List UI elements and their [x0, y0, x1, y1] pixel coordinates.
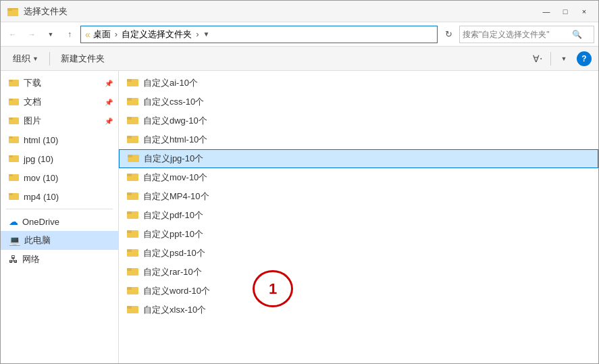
svg-rect-12: [9, 155, 13, 157]
svg-rect-36: [127, 249, 132, 252]
window-title: 选择文件夹: [24, 5, 538, 18]
path-desktop: 桌面: [93, 28, 111, 41]
file-item-mp4[interactable]: 自定义MP4-10个: [119, 187, 598, 206]
svg-rect-28: [127, 174, 132, 176]
forward-button[interactable]: →: [24, 26, 40, 43]
sidebar-item-documents[interactable]: 文档📌: [1, 93, 118, 111]
path-end-chevron: ▼: [203, 30, 209, 38]
sidebar-item-mov10[interactable]: mov (10): [1, 168, 118, 187]
path-folder-icon: «: [85, 29, 90, 40]
svg-rect-18: [127, 79, 132, 82]
svg-rect-8: [9, 118, 13, 120]
pin-icon-pictures: 📌: [105, 118, 113, 125]
file-item-ai[interactable]: 自定义ai-10个: [119, 74, 598, 93]
sidebar: 下载📌文档📌图片📌html (10)jpg (10)mov (10)mp4 (1…: [1, 71, 119, 363]
file-item-jpg[interactable]: 自定义jpg-10个: [119, 149, 598, 168]
folder-icon-css: [127, 96, 139, 109]
search-input[interactable]: [460, 30, 568, 39]
file-label-word: 自定义word-10个: [143, 285, 210, 297]
sidebar-label-network: 网络: [22, 253, 40, 265]
sidebar-label-mov10: mov (10): [24, 173, 58, 183]
folder-icon-html: [127, 134, 139, 147]
file-item-xlsx[interactable]: 自定义xlsx-10个: [119, 301, 598, 319]
close-button[interactable]: ×: [575, 4, 593, 19]
toolbar-right: ∀⋅ ▼ ?: [529, 50, 592, 68]
file-item-html[interactable]: 自定义html-10个: [119, 130, 598, 149]
organize-label: 组织: [13, 53, 30, 65]
path-folder-name: 自定义选择文件夹: [122, 28, 192, 41]
folder-icon-ppt: [127, 228, 139, 241]
help-button[interactable]: ?: [577, 51, 592, 66]
search-button[interactable]: 🔍: [568, 26, 585, 43]
minimize-button[interactable]: —: [538, 4, 555, 19]
pin-icon-download: 📌: [105, 80, 113, 87]
sidebar-item-download[interactable]: 下载📌: [1, 74, 118, 93]
sidebar-label-mp410: mp4 (10): [24, 192, 59, 202]
sidebar-label-thispc: 此电脑: [24, 234, 51, 246]
sidebar-item-pictures[interactable]: 图片📌: [1, 111, 118, 130]
organize-chevron: ▼: [32, 55, 38, 62]
svg-rect-30: [127, 192, 132, 195]
file-item-rar[interactable]: 自定义rar-10个: [119, 263, 598, 282]
folder-icon-mp4: [127, 190, 139, 203]
svg-rect-26: [128, 155, 132, 157]
file-item-psd[interactable]: 自定义psd-10个: [119, 244, 598, 263]
file-item-mov[interactable]: 自定义mov-10个: [119, 168, 598, 187]
organize-button[interactable]: 组织 ▼: [7, 51, 44, 67]
folder-icon-word: [127, 285, 139, 298]
sidebar-item-jpg10[interactable]: jpg (10): [1, 149, 118, 168]
sidebar-icon-mov10: [9, 172, 20, 184]
file-label-rar: 自定义rar-10个: [143, 266, 202, 278]
sidebar-item-network[interactable]: 🖧网络: [1, 250, 118, 269]
file-label-html: 自定义html-10个: [143, 134, 207, 146]
svg-rect-20: [127, 98, 132, 101]
sidebar-label-documents: 文档: [24, 96, 41, 108]
up-button[interactable]: ↑: [61, 26, 78, 43]
file-label-css: 自定义css-10个: [143, 96, 204, 108]
file-label-jpg: 自定义jpg-10个: [144, 153, 203, 165]
folder-icon-pdf: [127, 209, 139, 222]
file-item-dwg[interactable]: 自定义dwg-10个: [119, 111, 598, 130]
maximize-button[interactable]: □: [556, 4, 574, 19]
folder-icon-xlsx: [127, 304, 139, 317]
sidebar-icon-mp410: [9, 191, 20, 203]
sidebar-icon-thispc: 💻: [9, 235, 20, 246]
sidebar-icon-pictures: [9, 115, 20, 127]
svg-rect-32: [127, 211, 132, 214]
toolbar-separator: [49, 52, 50, 66]
svg-rect-10: [9, 136, 13, 138]
sidebar-item-html10[interactable]: html (10): [1, 130, 118, 149]
refresh-button[interactable]: ↻: [440, 26, 457, 43]
new-folder-button[interactable]: 新建文件夹: [55, 51, 110, 67]
file-item-word[interactable]: 自定义word-10个: [119, 282, 598, 301]
file-label-ai: 自定义ai-10个: [143, 77, 198, 89]
view-toggle-button[interactable]: ∀⋅: [529, 50, 546, 68]
file-item-ppt[interactable]: 自定义ppt-10个: [119, 225, 598, 244]
window-controls: — □ ×: [538, 4, 593, 19]
view-chevron-button[interactable]: ▼: [555, 50, 573, 68]
folder-icon-mov: [127, 172, 139, 184]
svg-rect-4: [9, 80, 13, 82]
svg-rect-38: [127, 268, 132, 271]
sidebar-item-thispc[interactable]: 💻此电脑: [1, 231, 118, 250]
sidebar-item-mp410[interactable]: mp4 (10): [1, 187, 118, 206]
file-label-xlsx: 自定义xlsx-10个: [143, 304, 206, 316]
back-button[interactable]: ←: [5, 26, 21, 43]
file-item-pdf[interactable]: 自定义pdf-10个: [119, 206, 598, 225]
file-list: 自定义ai-10个自定义css-10个自定义dwg-10个自定义html-10个…: [119, 71, 598, 363]
folder-icon-ai: [127, 77, 139, 90]
sidebar-icon-onedrive: ☁: [9, 216, 18, 227]
sidebar-label-download: 下载: [24, 77, 41, 89]
forward-dropdown-button[interactable]: ▼: [43, 26, 59, 43]
svg-rect-14: [9, 174, 13, 176]
main-content: 下载📌文档📌图片📌html (10)jpg (10)mov (10)mp4 (1…: [1, 71, 598, 363]
file-dialog-window: 选择文件夹 — □ × ← → ▼ ↑ « 桌面 › 自定义选择文件夹 › ▼ …: [0, 0, 599, 364]
sidebar-item-onedrive[interactable]: ☁OneDrive: [1, 212, 118, 231]
sidebar-icon-jpg10: [9, 153, 20, 165]
sidebar-label-jpg10: jpg (10): [24, 154, 53, 164]
sidebar-label-onedrive: OneDrive: [22, 217, 59, 227]
title-bar: 选择文件夹 — □ ×: [1, 1, 598, 22]
sidebar-icon-network: 🖧: [9, 254, 18, 265]
file-item-css[interactable]: 自定义css-10个: [119, 93, 598, 111]
address-path[interactable]: « 桌面 › 自定义选择文件夹 › ▼: [80, 26, 438, 43]
